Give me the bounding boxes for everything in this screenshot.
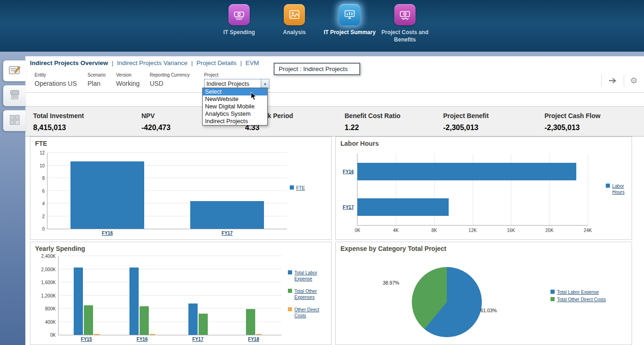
y-axis-tick-label: 2,400K: [41, 254, 56, 259]
forward-arrow-icon[interactable]: [608, 77, 618, 84]
analysis-app-icon[interactable]: [284, 4, 305, 25]
it-project-summary-app-icon[interactable]: [339, 4, 360, 25]
pov-field-label: Scenario: [88, 72, 116, 77]
legend-swatch-total-other-direct-costs: [550, 297, 555, 301]
y-axis-tick-label: 0K: [50, 333, 56, 338]
bar-fy18-other-direct-costs[interactable]: [256, 334, 262, 335]
bar-fy17[interactable]: [190, 201, 264, 229]
chart-title: Labor Hours: [340, 140, 379, 147]
bar-fy18-total-other-expenses[interactable]: [246, 309, 255, 335]
x-axis-label-fy16[interactable]: FY16: [47, 231, 167, 236]
category-column-fy17: FY17: [167, 153, 287, 229]
legend-swatch-total-labor-expense: [550, 290, 555, 294]
legend-item-fte[interactable]: FTE: [290, 185, 327, 191]
x-axis-label-fy18[interactable]: FY18: [226, 337, 281, 342]
x-axis-tick-label: 0K: [355, 228, 360, 233]
labor-hours-chart-body: 0K4K8K12K16K20K24KFY16FY17Labor Hours: [336, 137, 632, 239]
y-axis-tick-label: 12: [40, 150, 45, 155]
divider: [624, 75, 624, 87]
plot-columns: FY16FY17: [47, 153, 287, 229]
dropdown-option-indirect-projects[interactable]: Indirect Projects: [203, 118, 267, 125]
legend-item-total-labor-expense[interactable]: Total Labor Expense: [288, 270, 328, 282]
tab-project-details[interactable]: Project Details: [196, 59, 236, 66]
kpi-label: NPV: [141, 112, 170, 119]
dropdown-option-new-digital-mobile[interactable]: New Digital Mobile: [203, 103, 267, 110]
dropdown-arrow-icon[interactable]: ▼: [261, 79, 269, 89]
plot-columns: FY15FY16FY17FY18: [59, 256, 281, 335]
pov-project-field: Project Indirect Projects ▼: [204, 72, 269, 89]
pov-field-value[interactable]: Operations US: [35, 80, 88, 87]
sidebar-tab-3[interactable]: [3, 110, 26, 131]
legend-label: Total Labor Expense: [294, 270, 328, 282]
bar-fy16[interactable]: [357, 163, 576, 180]
gear-icon[interactable]: ⚙: [630, 77, 638, 85]
bar-fy16-other-direct-costs[interactable]: [150, 334, 155, 335]
dropdown-option-select[interactable]: Select: [203, 88, 267, 95]
kpi-value: -420,473: [141, 124, 170, 132]
category-row-fy16: FY16: [357, 154, 588, 190]
kpi-label: Project Benefit: [443, 112, 489, 119]
tab-indirect-projects-variance[interactable]: Indirect Projects Variance: [117, 59, 187, 66]
pov-field-value[interactable]: Plan: [88, 80, 116, 87]
pie-chart[interactable]: [412, 267, 482, 337]
bar-fy15-total-labor-expense[interactable]: [74, 268, 83, 335]
kpi-value: 8,415,013: [33, 124, 84, 132]
y-axis-label-fy16[interactable]: FY16: [343, 169, 354, 174]
y-axis-label-fy17[interactable]: FY17: [343, 205, 354, 210]
legend-item-total-other-expenses[interactable]: Total Other Expenses: [288, 288, 328, 300]
x-axis-label-fy17[interactable]: FY17: [167, 231, 287, 236]
legend-item-labor-hours[interactable]: Labor Hours: [606, 183, 629, 195]
legend-label: Other Direct Costs: [294, 307, 328, 319]
bar-fy15-total-other-expenses[interactable]: [84, 305, 93, 335]
x-axis-label-fy17[interactable]: FY17: [170, 337, 226, 342]
sidebar-tab-1[interactable]: [3, 60, 26, 82]
ledger-pen-icon: [8, 64, 22, 78]
x-axis-tick-label: 24K: [584, 228, 592, 233]
labor-hours-chart-panel: Labor Hours 0K4K8K12K16K20K24KFY16FY17La…: [335, 137, 632, 240]
app-project-costs-and-benefits[interactable]: Project Costs and Benefits: [377, 4, 433, 43]
x-axis-label-fy16[interactable]: FY16: [114, 337, 170, 342]
category-column-fy16: FY16: [114, 256, 170, 335]
kpi-value: 1.22: [345, 124, 400, 132]
tab-separator: |: [191, 59, 193, 66]
dropdown-option-newwebsite[interactable]: NewWebsite: [203, 95, 267, 103]
bar-fy16-total-other-expenses[interactable]: [140, 306, 149, 335]
legend-item-total-other-direct-costs[interactable]: Total Other Direct Costs: [550, 297, 629, 303]
bar-fy15-other-direct-costs[interactable]: [94, 334, 100, 335]
bar-fy17[interactable]: [357, 198, 449, 216]
dropdown-option-analytics-system[interactable]: Analytics System: [203, 110, 267, 118]
kpi-value: -2,305,013: [544, 124, 600, 132]
legend-swatch-fte: [290, 185, 294, 190]
x-axis-label-fy15[interactable]: FY15: [59, 337, 114, 342]
x-axis-tick-label: 8K: [432, 228, 437, 233]
yearly-plot-area: 0K400K800K1,200K1,600K2,000K2,400KFY15FY…: [58, 256, 281, 335]
legend-item-other-direct-costs[interactable]: Other Direct Costs: [288, 307, 328, 319]
pov-field-label: Reporting Currency: [150, 72, 204, 77]
pov-field-version: VersionWorking: [116, 72, 150, 87]
app-label: Analysis: [283, 29, 305, 36]
bar-fy16[interactable]: [70, 161, 144, 229]
tab-indirect-projects-overview[interactable]: Indirect Projects Overview: [30, 59, 108, 66]
chart-title: Yearly Spending: [35, 245, 85, 252]
app-it-project-summary[interactable]: IT Project Summary: [322, 4, 377, 43]
pov-field-value[interactable]: Working: [116, 80, 150, 87]
desktop-background: IT SpendingAnalysisIT Project SummaryPro…: [0, 0, 644, 345]
app-it-spending[interactable]: IT Spending: [211, 4, 267, 43]
kpi-band: Total Investment8,415,013NPV-420,473Payb…: [25, 106, 644, 137]
project-select-value[interactable]: Indirect Projects: [205, 79, 261, 89]
legend-label: FTE: [296, 185, 305, 191]
bar-fy17-total-labor-expense[interactable]: [188, 303, 198, 335]
bar-fy17-total-other-expenses[interactable]: [199, 314, 208, 335]
pov-field-value[interactable]: USD: [150, 80, 204, 87]
app-analysis[interactable]: Analysis: [267, 4, 322, 43]
bar-fy16-total-labor-expense[interactable]: [129, 268, 139, 335]
pov-field-label: Entity: [35, 72, 88, 77]
y-axis-tick-label: 10: [40, 163, 45, 168]
sidebar-tab-2[interactable]: [3, 85, 26, 107]
project-costs-benefits-app-icon[interactable]: [394, 4, 416, 25]
it-spending-app-icon[interactable]: [228, 4, 250, 25]
legend-item-total-labor-expense[interactable]: Total Labor Expense: [550, 289, 629, 295]
tab-evm[interactable]: EVM: [246, 59, 259, 66]
y-axis-tick-label: 4: [42, 201, 45, 206]
y-axis-tick-label: 400K: [45, 319, 56, 324]
